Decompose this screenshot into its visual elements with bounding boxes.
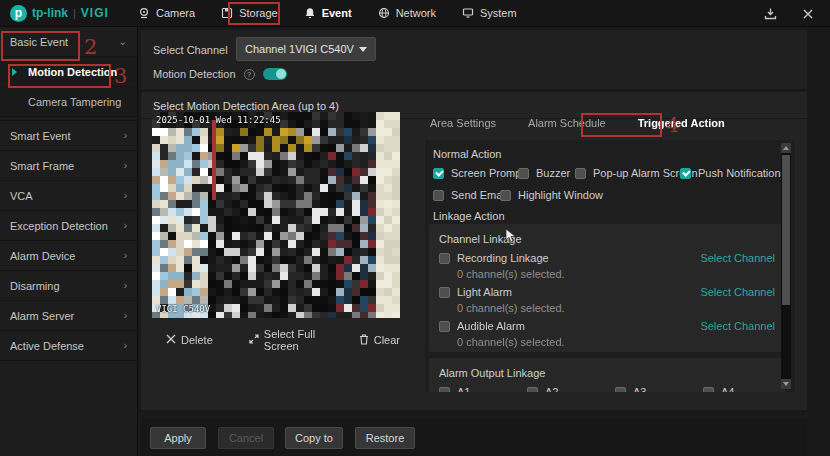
- sidebar-item-motion-detection[interactable]: Motion Detection: [0, 57, 137, 87]
- sidebar-item-smart-event[interactable]: Smart Event ›: [0, 121, 137, 151]
- scroll-down-button[interactable]: [781, 379, 791, 389]
- checkbox-buzzer[interactable]: Buzzer: [518, 167, 570, 179]
- checkbox-icon[interactable]: [680, 168, 691, 179]
- nav-storage[interactable]: Storage: [221, 7, 278, 19]
- preview-watermark: VIGI C540V: [156, 304, 210, 314]
- channel-select[interactable]: Channel 1VIGI C540V: [236, 37, 376, 61]
- sidebar-item-label: Motion Detection: [28, 66, 117, 78]
- nav-camera-label: Camera: [156, 7, 195, 19]
- nav-system[interactable]: System: [462, 7, 517, 19]
- checkbox-label: A2: [545, 386, 558, 392]
- copy-to-button[interactable]: Copy to: [285, 427, 343, 449]
- cancel-button[interactable]: Cancel: [218, 427, 274, 449]
- info-icon[interactable]: ?: [244, 69, 255, 80]
- close-icon[interactable]: [800, 6, 816, 22]
- scrollbar-thumb[interactable]: [782, 155, 790, 305]
- checkbox-a4[interactable]: A4: [703, 386, 734, 392]
- chevron-down-icon: ⌄: [119, 36, 127, 47]
- checkbox-label: Recording Linkage: [457, 252, 549, 264]
- checkbox-icon[interactable]: [615, 387, 626, 393]
- brand-logo: p tp-link | VIGI: [0, 5, 138, 22]
- nav-event[interactable]: Event: [304, 7, 352, 19]
- camera-preview[interactable]: 2025-10-01 Wed 11:22:45 VIGI C540V: [152, 112, 400, 318]
- scrollbar-track[interactable]: [781, 153, 791, 379]
- audible-alarm-row: Audible Alarm Select Channel 0 channel(s…: [439, 320, 775, 348]
- motion-area-panel: Select Motion Detection Area (up to 4) 2…: [141, 92, 807, 410]
- select-full-screen-button[interactable]: Select Full Screen: [249, 328, 319, 352]
- motion-detection-toggle[interactable]: [263, 68, 287, 80]
- sidebar-item-label: Smart Event: [10, 130, 71, 142]
- apply-button[interactable]: Apply: [150, 427, 206, 449]
- settings-tabs: Area Settings Alarm Schedule Triggered A…: [428, 114, 727, 132]
- checkbox-icon[interactable]: [433, 168, 444, 179]
- sidebar-item-active-defense[interactable]: Active Defense ›: [0, 331, 137, 361]
- sidebar: Basic Event ⌄ Motion Detection Camera Ta…: [0, 27, 138, 456]
- sidebar-item-label: Camera Tampering: [28, 96, 121, 108]
- panel-title: Select Motion Detection Area (up to 4): [153, 100, 339, 112]
- checkbox-a2[interactable]: A2: [527, 386, 558, 392]
- sidebar-item-vca[interactable]: VCA ›: [0, 181, 137, 211]
- footer-bar: Apply Cancel Copy to Restore: [141, 418, 807, 456]
- scroll-down-icon: [783, 382, 789, 386]
- checkbox-label: A1: [457, 386, 470, 392]
- tab-alarm-schedule[interactable]: Alarm Schedule: [526, 114, 608, 132]
- checkbox-icon[interactable]: [439, 287, 450, 298]
- checkbox-icon[interactable]: [439, 321, 450, 332]
- sidebar-item-disarming[interactable]: Disarming ›: [0, 271, 137, 301]
- restore-button[interactable]: Restore: [355, 427, 415, 449]
- delete-button-label: Delete: [181, 334, 213, 346]
- sidebar-item-alarm-device[interactable]: Alarm Device ›: [0, 241, 137, 271]
- sidebar-item-smart-frame[interactable]: Smart Frame ›: [0, 151, 137, 181]
- select-channel-label: Select Channel: [153, 44, 228, 56]
- sidebar-item-alarm-server[interactable]: Alarm Server ›: [0, 301, 137, 331]
- checkbox-icon[interactable]: [575, 168, 586, 179]
- tplink-logo-icon: p: [10, 5, 27, 22]
- camera-preview-image: [152, 112, 400, 318]
- checkbox-icon[interactable]: [439, 387, 450, 393]
- expand-icon: [249, 334, 259, 346]
- select-channel-link[interactable]: Select Channel: [700, 320, 775, 332]
- channel-select-value: Channel 1VIGI C540V: [245, 43, 354, 55]
- scroll-up-icon: [783, 146, 789, 150]
- checkbox-icon[interactable]: [703, 387, 714, 393]
- preview-toolbar: Delete Select Full Screen Clear: [152, 328, 400, 352]
- checkbox-label: Push Notifications: [698, 167, 786, 179]
- selected-marker-icon: [12, 68, 17, 76]
- scrollbar[interactable]: [781, 143, 791, 389]
- checkbox-a3[interactable]: A3: [615, 386, 646, 392]
- main-nav: Camera Storage Event Network System: [138, 7, 517, 19]
- checkbox-screen-prompt[interactable]: Screen Prompt: [433, 167, 524, 179]
- nav-network-label: Network: [396, 7, 436, 19]
- chevron-right-icon: ›: [124, 190, 127, 201]
- checkbox-icon[interactable]: [439, 253, 450, 264]
- checkbox-icon[interactable]: [433, 190, 444, 201]
- download-icon[interactable]: [762, 6, 778, 22]
- clear-button[interactable]: Clear: [359, 334, 400, 347]
- sidebar-item-camera-tampering[interactable]: Camera Tampering: [0, 87, 137, 117]
- checkbox-push-notifications[interactable]: Push Notifications: [680, 167, 786, 179]
- checkbox-icon[interactable]: [527, 387, 538, 393]
- select-channel-link[interactable]: Select Channel: [700, 252, 775, 264]
- checkbox-send-email[interactable]: Send Email: [433, 189, 507, 201]
- checkbox-icon[interactable]: [518, 168, 529, 179]
- sidebar-item-exception-detection[interactable]: Exception Detection ›: [0, 211, 137, 241]
- sidebar-item-label: Alarm Server: [10, 310, 74, 322]
- nav-network[interactable]: Network: [378, 7, 436, 19]
- checkbox-label: Send Email: [451, 189, 507, 201]
- checkbox-a1[interactable]: A1: [439, 386, 470, 392]
- top-bar: p tp-link | VIGI Camera Storage Event Ne…: [0, 0, 830, 27]
- toggle-knob: [276, 69, 286, 79]
- channel-linkage-title: Channel Linkage: [439, 233, 522, 245]
- nav-camera[interactable]: Camera: [138, 7, 195, 19]
- select-channel-link[interactable]: Select Channel: [700, 286, 775, 298]
- delete-button[interactable]: Delete: [166, 334, 213, 346]
- checkbox-highlight-window[interactable]: Highlight Window: [500, 189, 603, 201]
- sidebar-item-basic-event[interactable]: Basic Event ⌄: [0, 27, 137, 57]
- sidebar-item-label: Active Defense: [10, 340, 84, 352]
- checkbox-icon[interactable]: [500, 190, 511, 201]
- tab-triggered-action[interactable]: Triggered Action: [636, 114, 727, 132]
- sidebar-item-label: Basic Event: [10, 36, 68, 48]
- channels-selected-note: 0 channel(s) selected.: [457, 268, 775, 280]
- tab-area-settings[interactable]: Area Settings: [428, 114, 498, 132]
- scroll-up-button[interactable]: [781, 143, 791, 153]
